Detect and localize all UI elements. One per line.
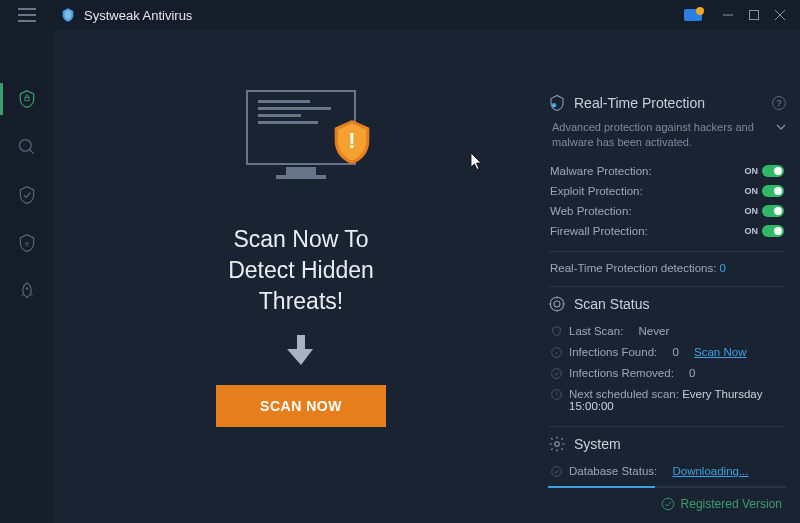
svg-point-15	[662, 498, 674, 510]
help-icon[interactable]: ?	[772, 96, 786, 110]
toggle-malware: Malware Protection: ON	[548, 161, 786, 181]
hamburger-menu[interactable]	[0, 0, 54, 30]
firewall-switch[interactable]	[762, 225, 784, 237]
web-switch[interactable]	[762, 205, 784, 217]
next-scan-row: Next scheduled scan: Every Thursday 15:0…	[548, 384, 786, 416]
main-panel: ! Scan Now To Detect Hidden Threats! SCA…	[54, 30, 548, 523]
svg-text:!: !	[348, 128, 355, 153]
shield-e-icon: e	[17, 233, 37, 253]
registered-badge: Registered Version	[661, 497, 782, 511]
arrow-down-icon	[287, 335, 315, 365]
rtp-subtext: Advanced protection against hackers and …	[548, 120, 786, 151]
clock-icon	[550, 388, 563, 401]
info-icon	[550, 346, 563, 359]
svg-point-2	[20, 140, 32, 152]
rtp-detections: Real-Time Protection detections: 0	[548, 260, 786, 276]
svg-rect-1	[25, 97, 29, 100]
shield-small-icon	[550, 325, 563, 338]
svg-point-14	[552, 466, 562, 476]
svg-point-13	[555, 442, 560, 447]
db-progress	[548, 486, 786, 488]
last-scan-row: Last Scan: Never	[548, 321, 786, 342]
toggle-web: Web Protection: ON	[548, 201, 786, 221]
system-title: System	[548, 435, 786, 453]
check-circle-icon	[661, 497, 675, 511]
app-title: Systweak Antivirus	[60, 7, 192, 23]
nav-tools[interactable]	[0, 267, 54, 315]
gear-icon	[548, 435, 566, 453]
monitor-illustration: !	[236, 90, 366, 200]
svg-text:e: e	[25, 239, 29, 248]
exploit-switch[interactable]	[762, 185, 784, 197]
infections-removed-row: Infections Removed: 0	[548, 363, 786, 384]
rocket-icon	[17, 281, 37, 301]
scan-now-link[interactable]: Scan Now	[694, 346, 746, 358]
malware-switch[interactable]	[762, 165, 784, 177]
shield-lock-icon	[17, 89, 37, 109]
db-status-row: Database Status: Downloading...	[548, 461, 786, 482]
scan-status-title: Scan Status	[548, 295, 786, 313]
rtp-title: i Real-Time Protection ?	[548, 94, 786, 112]
target-icon	[548, 295, 566, 313]
shield-info-icon: i	[548, 94, 566, 112]
check-circle-icon	[550, 465, 563, 478]
chevron-down-icon[interactable]	[776, 122, 786, 132]
close-button[interactable]	[768, 3, 792, 27]
nav-protection[interactable]	[0, 171, 54, 219]
notification-card-icon[interactable]	[682, 7, 704, 23]
headline: Scan Now To Detect Hidden Threats!	[228, 224, 374, 317]
minimize-button[interactable]	[716, 3, 740, 27]
infections-found-row: Infections Found: 0 Scan Now	[548, 342, 786, 363]
nav-home[interactable]	[0, 75, 54, 123]
svg-point-8	[550, 297, 564, 311]
search-icon	[17, 137, 37, 157]
check-circle-icon	[550, 367, 563, 380]
app-title-text: Systweak Antivirus	[84, 8, 192, 23]
app-logo-icon	[60, 7, 76, 23]
shield-check-icon	[17, 185, 37, 205]
svg-rect-0	[750, 11, 759, 20]
toggle-firewall: Firewall Protection: ON	[548, 221, 786, 241]
nav-scan[interactable]	[0, 123, 54, 171]
toggle-exploit: Exploit Protection: ON	[548, 181, 786, 201]
svg-point-11	[552, 368, 562, 378]
titlebar: Systweak Antivirus	[0, 0, 800, 30]
warning-shield-icon: !	[333, 120, 371, 164]
right-panel: i Real-Time Protection ? Advanced protec…	[548, 30, 800, 523]
svg-point-9	[554, 301, 560, 307]
svg-point-4	[26, 287, 29, 290]
sidebar: e	[0, 30, 54, 523]
maximize-button[interactable]	[742, 3, 766, 27]
scan-now-button[interactable]: SCAN NOW	[216, 385, 386, 427]
nav-quarantine[interactable]: e	[0, 219, 54, 267]
